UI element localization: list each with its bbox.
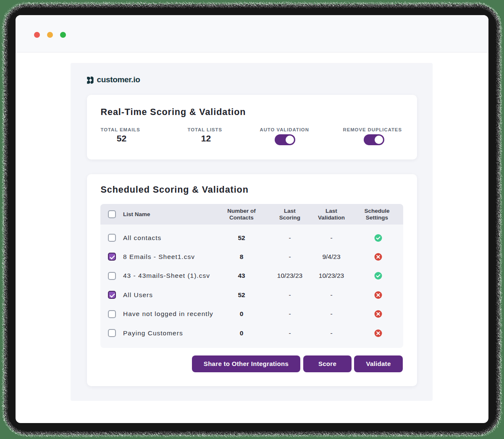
svg-text:customer.io: customer.io	[97, 75, 140, 84]
